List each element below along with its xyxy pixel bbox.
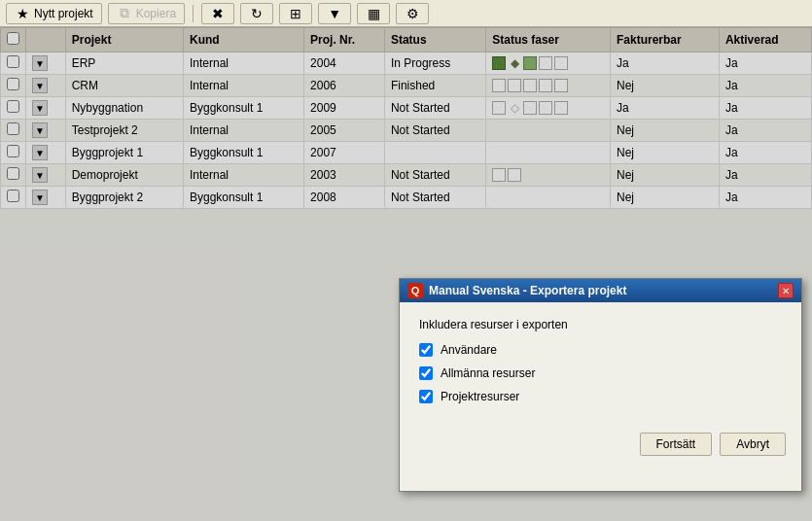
new-project-button[interactable]: ★ Nytt projekt (6, 3, 102, 24)
dialog-body: Inkludera resurser i exporten Användare … (400, 302, 801, 425)
checkbox-row-project: Projektresurser (419, 390, 782, 403)
dialog-close-button[interactable]: ✕ (778, 283, 794, 298)
export-dialog: Q Manual Svenska - Exportera projekt ✕ I… (399, 278, 802, 492)
refresh-icon: ↻ (249, 6, 265, 21)
checkbox-project-resources[interactable] (419, 390, 433, 403)
copy-button[interactable]: ⧉ Kopiera (108, 3, 185, 24)
new-project-label: Nytt projekt (34, 7, 93, 20)
dialog-title: Manual Svenska - Exportera projekt (429, 284, 626, 297)
delete-button[interactable]: ✖ (201, 3, 234, 24)
checkbox-row-users: Användare (419, 343, 782, 357)
dialog-overlay: Q Manual Svenska - Exportera projekt ✕ I… (0, 27, 812, 521)
config-icon: ⚙ (405, 6, 420, 21)
dialog-footer: Fortsätt Avbryt (400, 425, 801, 468)
checkbox-general-resources[interactable] (419, 366, 433, 380)
new-icon: ★ (15, 6, 30, 21)
checkbox-project-label: Projektresurser (441, 390, 519, 403)
avbryt-button[interactable]: Avbryt (720, 433, 786, 456)
copy-icon: ⧉ (117, 6, 132, 21)
save-icon: ▼ (327, 6, 342, 21)
checkbox-users[interactable] (419, 343, 433, 357)
refresh-button[interactable]: ↻ (240, 3, 273, 24)
export-button[interactable]: ⊞ (279, 3, 312, 24)
dialog-app-icon: Q (407, 283, 423, 298)
export-icon: ⊞ (288, 6, 303, 21)
grid-icon: ▦ (366, 6, 381, 21)
grid-button[interactable]: ▦ (357, 3, 390, 24)
checkbox-general-label: Allmänna resurser (441, 366, 535, 380)
copy-label: Kopiera (136, 7, 176, 20)
save-button[interactable]: ▼ (318, 3, 351, 24)
dialog-section-title: Inkludera resurser i exporten (419, 318, 782, 331)
dialog-titlebar: Q Manual Svenska - Exportera projekt ✕ (400, 279, 801, 302)
dialog-title-left: Q Manual Svenska - Exportera projekt (407, 283, 626, 298)
config-button[interactable]: ⚙ (396, 3, 429, 24)
toolbar: ★ Nytt projekt ⧉ Kopiera ✖ ↻ ⊞ ▼ ▦ ⚙ (0, 0, 812, 27)
separator-1 (193, 5, 194, 22)
checkbox-row-general: Allmänna resurser (419, 366, 782, 380)
main-area: Projekt Kund Proj. Nr. Status Status fas… (0, 27, 812, 521)
checkbox-users-label: Användare (441, 343, 497, 357)
fortsatt-button[interactable]: Fortsätt (640, 433, 713, 456)
delete-icon: ✖ (210, 6, 226, 21)
